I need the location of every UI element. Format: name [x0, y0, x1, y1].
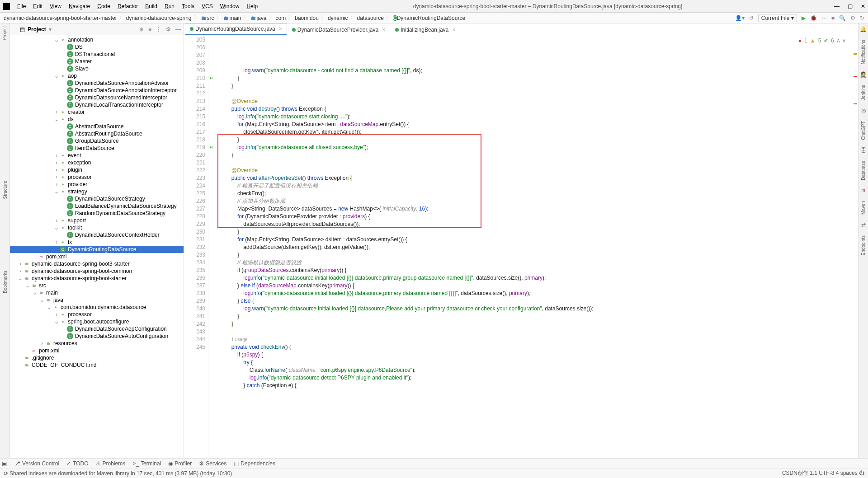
- tree-node[interactable]: ⌄🖿java: [10, 296, 184, 304]
- tree-node[interactable]: •CDynamicDataSourceContextHolder: [10, 231, 184, 239]
- tree-node[interactable]: •CDynamicDatasourceNamedInterceptor: [10, 94, 184, 101]
- settings-icon[interactable]: ⚙: [850, 15, 855, 21]
- tree-node[interactable]: •🖿.gitignore: [10, 354, 184, 361]
- tree-node[interactable]: ⌄●strategy: [10, 188, 184, 195]
- crumb-item[interactable]: DynamicRoutingDataSource: [397, 15, 465, 21]
- stop-icon[interactable]: ■: [831, 15, 835, 21]
- tree-node[interactable]: •CDynamicRoutingDataSource: [10, 246, 184, 253]
- project-view-label[interactable]: Project: [28, 26, 46, 33]
- bottom-tab-version-control[interactable]: ⎇Version Control: [11, 460, 62, 467]
- up-icon[interactable]: ʌ: [837, 37, 840, 45]
- tree-node[interactable]: ›●plugin: [10, 166, 184, 173]
- endpoints-icon[interactable]: ⇄: [860, 222, 867, 228]
- menu-edit[interactable]: Edit: [29, 3, 46, 9]
- bottom-tab-terminal[interactable]: >_Terminal: [130, 460, 164, 467]
- tree-node[interactable]: ›●processor: [10, 311, 184, 318]
- run-config-selector[interactable]: Current File ▾: [758, 14, 797, 22]
- back-icon[interactable]: ↺: [749, 15, 754, 21]
- user-icon[interactable]: 👤▾: [735, 15, 745, 21]
- crumb-item[interactable]: dynamic-datasource-spring: [126, 15, 192, 21]
- crumb-item[interactable]: dynamic-datasource-spring-boot-starter-m…: [4, 15, 117, 21]
- bottom-tab-profiler[interactable]: ◉Profiler: [165, 460, 194, 467]
- down-icon[interactable]: v: [843, 37, 845, 45]
- tree-node[interactable]: ›●processor: [10, 173, 184, 181]
- tree-node[interactable]: ⌄🖿src: [10, 282, 184, 289]
- tree-node[interactable]: •CAbstractRoutingDataSource: [10, 130, 184, 137]
- tree-node[interactable]: •CRandomDynamicDataSourceStrategy: [10, 210, 184, 217]
- tree-node[interactable]: ⌄●ds: [10, 116, 184, 123]
- tree-node[interactable]: •mpom.xml: [10, 347, 184, 354]
- tree-node[interactable]: •CLoadBalanceDynamicDataSourceStrategy: [10, 202, 184, 210]
- tree-node[interactable]: ›●tx: [10, 239, 184, 246]
- tree-node[interactable]: •🖿CODE_OF_CONDUCT.md: [10, 361, 184, 369]
- override-icon[interactable]: ●↑: [209, 144, 214, 151]
- override-icon[interactable]: ●↑: [209, 75, 214, 82]
- tree-node[interactable]: •CMaster: [10, 58, 184, 65]
- inspection-widget[interactable]: ●1 ▲5 ✔6 ʌ v: [798, 37, 845, 45]
- collapse-icon[interactable]: ⋮: [156, 26, 161, 33]
- code-editor[interactable]: 2052062072082092102112122132142152162172…: [184, 35, 858, 458]
- tree-node[interactable]: ⌄●com.baomidou.dynamic.datasource: [10, 304, 184, 311]
- crumb-item[interactable]: baomidou: [295, 15, 319, 21]
- minimize-icon[interactable]: —: [834, 3, 840, 9]
- tree-node[interactable]: •CDSTransactional: [10, 51, 184, 58]
- hide-icon[interactable]: —: [175, 26, 181, 33]
- tree-node[interactable]: ›●support: [10, 217, 184, 224]
- close-icon[interactable]: ✕: [861, 3, 865, 9]
- notifications-icon[interactable]: 🔔: [860, 26, 867, 33]
- locate-icon[interactable]: ⊕: [139, 26, 144, 33]
- tree-node[interactable]: ›🖿resources: [10, 340, 184, 347]
- chatgpt-icon[interactable]: ◎: [860, 108, 867, 114]
- crumb-item[interactable]: dynamic: [328, 15, 348, 21]
- tab-close-icon[interactable]: ×: [279, 26, 282, 32]
- bottom-tab-todo[interactable]: ✓TODO: [64, 460, 91, 467]
- tree-node[interactable]: ›🖿dynamic-datasource-spring-boot-common: [10, 267, 184, 275]
- more-run-icon[interactable]: ⋯: [821, 15, 827, 21]
- bottom-tab-services[interactable]: ⚙Services: [196, 460, 229, 467]
- editor-tab[interactable]: InitializingBean.java×: [390, 24, 460, 35]
- project-view-icon[interactable]: ▤: [20, 26, 25, 33]
- tree-node[interactable]: •CDynamicDataSourceAopConfiguration: [10, 325, 184, 333]
- code-content[interactable]: ●1 ▲5 ✔6 ʌ v log.warn("dynamic-datasourc…: [217, 35, 852, 458]
- tree-node[interactable]: ⌄●annotation: [10, 36, 184, 43]
- tree-node[interactable]: ⌄●toolkit: [10, 224, 184, 231]
- tree-node[interactable]: •CItemDataSource: [10, 145, 184, 152]
- tree-node[interactable]: ⌄●aop: [10, 72, 184, 80]
- tree-node[interactable]: •CDynamicDataSourceAnnotationAdvisor: [10, 80, 184, 87]
- tree-node[interactable]: •CDynamicLocalTransactionInterceptor: [10, 101, 184, 108]
- search-icon[interactable]: 🔍: [839, 15, 846, 21]
- bottom-tab-problems[interactable]: ⚠Problems: [93, 460, 128, 467]
- maximize-icon[interactable]: ▢: [848, 3, 853, 9]
- rail-bookmarks[interactable]: Bookmarks: [3, 271, 8, 293]
- crumb-item[interactable]: com: [276, 15, 286, 21]
- menu-file[interactable]: File: [14, 3, 29, 9]
- bottom-tab-dependencies[interactable]: ⬚Dependencies: [231, 460, 278, 467]
- tree-node[interactable]: ›●provider: [10, 181, 184, 188]
- database-icon[interactable]: 🗄: [860, 147, 867, 154]
- menu-refactor[interactable]: Refactor: [114, 3, 142, 9]
- tree-node[interactable]: •mpom.xml: [10, 253, 184, 260]
- tree-node[interactable]: •CDynamicDataSourceAutoConfiguration: [10, 333, 184, 340]
- status-right[interactable]: CSDN创作 1:1 UTF-8 4 spaces ⏻: [782, 469, 864, 477]
- tree-node[interactable]: •CAbstractDataSource: [10, 123, 184, 130]
- tree-node[interactable]: ›●exception: [10, 159, 184, 166]
- crumb-item[interactable]: datasource: [357, 15, 384, 21]
- crumb-item[interactable]: src: [207, 15, 214, 21]
- menu-build[interactable]: Build: [142, 3, 161, 9]
- editor-tab[interactable]: DynamicDataSourceProvider.java×: [287, 24, 390, 35]
- gear-icon[interactable]: ⚙: [166, 26, 171, 33]
- menu-help[interactable]: Help: [243, 3, 261, 9]
- tree-node[interactable]: ⌄●spring.boot.autoconfigure: [10, 318, 184, 325]
- tree-node[interactable]: ⌄🖿main: [10, 289, 184, 296]
- tab-close-icon[interactable]: ×: [452, 27, 455, 33]
- menu-navigate[interactable]: Navigate: [65, 3, 94, 9]
- maven-icon[interactable]: m: [860, 187, 867, 194]
- tree-node[interactable]: •CDynamicDataSourceAnnotationInterceptor: [10, 87, 184, 94]
- debug-icon[interactable]: 🐞: [810, 15, 817, 21]
- run-icon[interactable]: ▶: [802, 15, 806, 21]
- error-stripe[interactable]: [852, 35, 858, 458]
- expand-icon[interactable]: ≡: [148, 26, 151, 33]
- tree-node[interactable]: ›🖿dynamic-datasource-spring-boot3-starte…: [10, 260, 184, 267]
- menu-view[interactable]: View: [46, 3, 65, 9]
- tree-node[interactable]: •CDynamicDataSourceStrategy: [10, 195, 184, 202]
